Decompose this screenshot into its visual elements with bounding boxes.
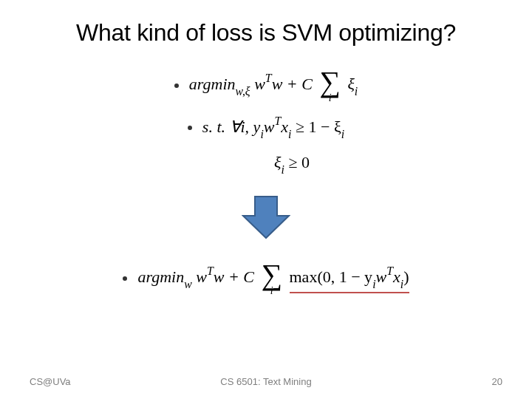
rhs1: w + C [272,75,313,93]
rhs2: w + C [214,267,254,286]
footer-right: 20 [492,376,502,387]
sum-idx: i [329,94,332,103]
footer: CS@UVa CS 6501: Text Mining 20 [30,376,502,387]
wT: T [274,115,281,127]
max-pre: max(0, 1 − y [290,267,373,286]
w2: w [196,267,207,286]
bullet-icon [188,126,192,130]
sigma-icon-2: ∑ [261,262,282,288]
arrow-path [243,197,289,238]
xi-sub2: i [341,128,344,140]
formula-line-4: argminw wTw + C ∑ i max(0, 1 − yiwTxi) [123,262,409,296]
argmin2-sub: w [184,278,192,290]
xi: ξ [347,75,354,93]
bullet-icon [174,83,179,88]
xi3-sub: i [400,278,403,290]
slide: What kind of loss is SVM optimizing? arg… [0,0,532,399]
wT3: T [386,265,393,277]
formula-2: argminw wTw + C ∑ i max(0, 1 − yiwTxi) [137,262,409,296]
xi2-sub: i [281,163,284,176]
st-text: s. t. ∀i, y [202,117,261,136]
w1: w [254,75,265,93]
formula-line-3: ξi ≥ 0 [274,152,310,176]
sum-icon-2: ∑ i [261,262,282,296]
constraint-1: s. t. ∀i, yiwTxi ≥ 1 − ξi [202,115,344,140]
down-arrow-icon [242,195,290,239]
constraint-2: ξi ≥ 0 [274,152,310,176]
argmin-text: argmin [189,75,236,93]
slide-content: argminw,ξ wTw + C ∑ i ξi s. t. ∀i, yiwTx… [30,66,502,299]
xi-sub: i [288,128,291,140]
sigma-icon: ∑ [319,69,341,95]
max-suf: ) [403,267,409,286]
geq: ≥ 1 − ξ [291,117,341,136]
x: x [281,117,288,136]
sum-icon: ∑ i [319,69,341,103]
yi2-sub: i [372,278,375,290]
geq2: ≥ 0 [284,153,310,171]
w2-sup: T [207,265,214,277]
formula-line-1: argminw,ξ wTw + C ∑ i ξi [174,69,358,103]
slide-title: What kind of loss is SVM optimizing? [30,19,502,47]
xi-sub: i [355,85,358,98]
argmin-sub: w,ξ [236,85,250,98]
footer-left: CS@UVa [30,376,71,387]
x3: x [393,267,400,286]
footer-mid: CS 6501: Text Mining [220,376,311,387]
hinge-loss-term: max(0, 1 − yiwTxi) [290,265,409,290]
formula-line-2: s. t. ∀i, yiwTxi ≥ 1 − ξi [188,115,344,140]
bullet-icon [123,276,127,281]
w: w [264,117,275,136]
yi-sub: i [260,128,263,140]
formula-1: argminw,ξ wTw + C ∑ i ξi [189,69,358,103]
w3: w [376,267,387,286]
arrow-container [242,195,290,239]
sum-idx-2: i [270,287,273,296]
w1-sup: T [265,72,272,84]
argmin2: argmin [137,267,184,286]
